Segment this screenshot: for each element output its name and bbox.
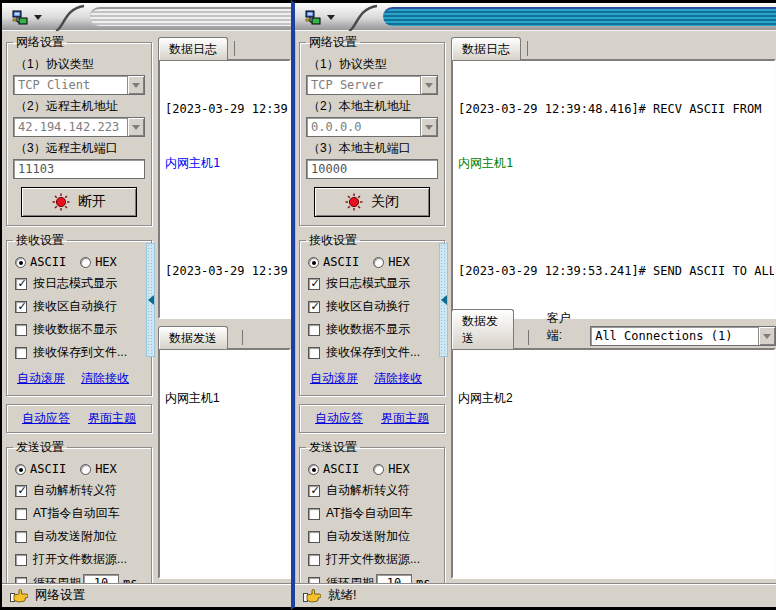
- disconnect-button[interactable]: 断开: [21, 187, 137, 217]
- radio-icon[interactable]: [80, 464, 91, 475]
- checkbox-icon[interactable]: [308, 301, 320, 313]
- checkbox-icon[interactable]: [15, 531, 27, 543]
- data-log-pane[interactable]: [2023-03-29 12:39:48.3 内网主机1 [2023-03-29…: [158, 59, 291, 319]
- checkbox-icon[interactable]: [308, 531, 320, 543]
- radio-icon[interactable]: [15, 257, 26, 268]
- combo-arrow-button[interactable]: [420, 76, 437, 94]
- send-ascii-radio[interactable]: ASCII: [15, 462, 66, 476]
- tab-data-log[interactable]: 数据日志: [451, 37, 521, 60]
- recv-ascii-radio[interactable]: ASCII: [308, 255, 359, 269]
- checkbox-icon[interactable]: [15, 301, 27, 313]
- toolbar: [2, 3, 291, 31]
- protocol-combobox[interactable]: TCP Server: [306, 75, 438, 95]
- status-text: 网络设置: [35, 587, 85, 604]
- checkbox-hide-data[interactable]: 接收数据不显示: [308, 321, 438, 338]
- checkbox-hide-data[interactable]: 接收数据不显示: [15, 321, 145, 338]
- radio-icon[interactable]: [308, 464, 319, 475]
- tab-data-log[interactable]: 数据日志: [158, 37, 228, 60]
- combo-arrow-button[interactable]: [420, 118, 437, 136]
- group-title: 接收设置: [306, 232, 360, 249]
- checkbox-icon[interactable]: [308, 278, 320, 290]
- checkbox-icon[interactable]: [15, 508, 27, 520]
- combo-arrow-button[interactable]: [127, 118, 144, 136]
- checkbox-save-file[interactable]: 接收保存到文件...: [15, 344, 145, 361]
- menu-button[interactable]: [8, 6, 46, 28]
- clear-receive-link[interactable]: 清除接收: [81, 370, 129, 387]
- checkbox-file-source[interactable]: 打开文件数据源...: [308, 551, 438, 568]
- checkbox-append-bits[interactable]: 自动发送附加位: [15, 528, 145, 545]
- checkbox-append-bits[interactable]: 自动发送附加位: [308, 528, 438, 545]
- checkbox-label: 接收区自动换行: [33, 298, 117, 315]
- tab-data-send[interactable]: 数据发送: [158, 326, 228, 349]
- menu-button[interactable]: [301, 6, 339, 28]
- combo-arrow-button[interactable]: [758, 327, 775, 345]
- send-hex-label: HEX: [388, 462, 410, 476]
- checkbox-icon[interactable]: [15, 554, 27, 566]
- combo-arrow-button[interactable]: [127, 76, 144, 94]
- send-ascii-radio[interactable]: ASCII: [308, 462, 359, 476]
- data-send-pane[interactable]: 内网主机1: [158, 348, 291, 579]
- log-tabrow: 数据日志: [451, 36, 776, 59]
- data-send-pane[interactable]: 内网主机2: [451, 348, 776, 579]
- panel-splitter[interactable]: [439, 243, 448, 357]
- send-hex-radio[interactable]: HEX: [373, 462, 410, 476]
- checkbox-escape-parse[interactable]: 自动解析转义符: [308, 482, 438, 499]
- connection-status-icon: [345, 193, 363, 211]
- checkbox-at-return[interactable]: AT指令自动回车: [15, 505, 145, 522]
- checkbox-icon[interactable]: [15, 324, 27, 336]
- checkbox-save-file[interactable]: 接收保存到文件...: [308, 344, 438, 361]
- data-log-pane[interactable]: [2023-03-29 12:39:48.416]# RECV ASCII FR…: [451, 59, 776, 319]
- recv-hex-radio[interactable]: HEX: [80, 255, 117, 269]
- checkbox-label: 接收保存到文件...: [33, 344, 127, 361]
- checkbox-icon[interactable]: [308, 508, 320, 520]
- checkbox-auto-wrap[interactable]: 接收区自动换行: [15, 298, 145, 315]
- checkbox-icon[interactable]: [308, 347, 320, 359]
- radio-icon[interactable]: [15, 464, 26, 475]
- protocol-combobox[interactable]: TCP Client: [13, 75, 145, 95]
- pointing-hand-icon: [303, 589, 321, 603]
- checkbox-icon[interactable]: [15, 278, 27, 290]
- tab-data-send[interactable]: 数据发送: [451, 309, 514, 349]
- send-hex-radio[interactable]: HEX: [80, 462, 117, 476]
- auto-reply-link[interactable]: 自动应答: [22, 410, 70, 427]
- clear-receive-link[interactable]: 清除接收: [374, 370, 422, 387]
- checkbox-icon[interactable]: [308, 324, 320, 336]
- cycle-period-input[interactable]: [83, 574, 119, 583]
- data-column: 数据日志 [2023-03-29 12:39:48.3 内网主机1 [2023-…: [154, 34, 291, 583]
- close-server-button[interactable]: 关闭: [314, 187, 430, 217]
- checkbox-log-mode[interactable]: 按日志模式显示: [15, 275, 145, 292]
- checkbox-icon[interactable]: [15, 347, 27, 359]
- local-host-combobox[interactable]: 0.0.0.0: [306, 117, 438, 137]
- auto-reply-link[interactable]: 自动应答: [315, 410, 363, 427]
- cycle-period-input[interactable]: [376, 574, 412, 583]
- checkbox-cycle-icon[interactable]: [15, 577, 27, 583]
- radio-icon[interactable]: [308, 257, 319, 268]
- checkbox-icon[interactable]: [15, 485, 27, 497]
- checkbox-at-return[interactable]: AT指令自动回车: [308, 505, 438, 522]
- checkbox-auto-wrap[interactable]: 接收区自动换行: [308, 298, 438, 315]
- send-settings-group: 发送设置 ASCII HEX 自动解析转义符 AT指令自动回车 自动发送附加位 …: [6, 439, 152, 583]
- checkbox-icon[interactable]: [308, 554, 320, 566]
- auto-scroll-link[interactable]: 自动滚屏: [17, 370, 65, 387]
- remote-host-combobox[interactable]: 42.194.142.223: [13, 117, 145, 137]
- radio-icon[interactable]: [373, 257, 384, 268]
- checkbox-file-source[interactable]: 打开文件数据源...: [15, 551, 145, 568]
- radio-icon[interactable]: [373, 464, 384, 475]
- connection-status-icon: [52, 193, 70, 211]
- auto-scroll-link[interactable]: 自动滚屏: [310, 370, 358, 387]
- client-combobox[interactable]: All Connections (1): [590, 326, 776, 346]
- radio-icon[interactable]: [80, 257, 91, 268]
- theme-link[interactable]: 界面主题: [381, 410, 429, 427]
- recv-ascii-radio[interactable]: ASCII: [15, 255, 66, 269]
- panel-splitter[interactable]: [146, 243, 155, 357]
- remote-port-input[interactable]: [13, 159, 145, 179]
- checkbox-escape-parse[interactable]: 自动解析转义符: [15, 482, 145, 499]
- recv-hex-radio[interactable]: HEX: [373, 255, 410, 269]
- checkbox-icon[interactable]: [308, 485, 320, 497]
- local-port-input[interactable]: [306, 159, 438, 179]
- checkbox-cycle-icon[interactable]: [308, 577, 320, 583]
- menu-caret-icon: [34, 15, 42, 20]
- theme-link[interactable]: 界面主题: [88, 410, 136, 427]
- checkbox-log-mode[interactable]: 按日志模式显示: [308, 275, 438, 292]
- network-settings-group: 网络设置 （1）协议类型 TCP Client （2）远程主机地址 42.194…: [6, 34, 152, 226]
